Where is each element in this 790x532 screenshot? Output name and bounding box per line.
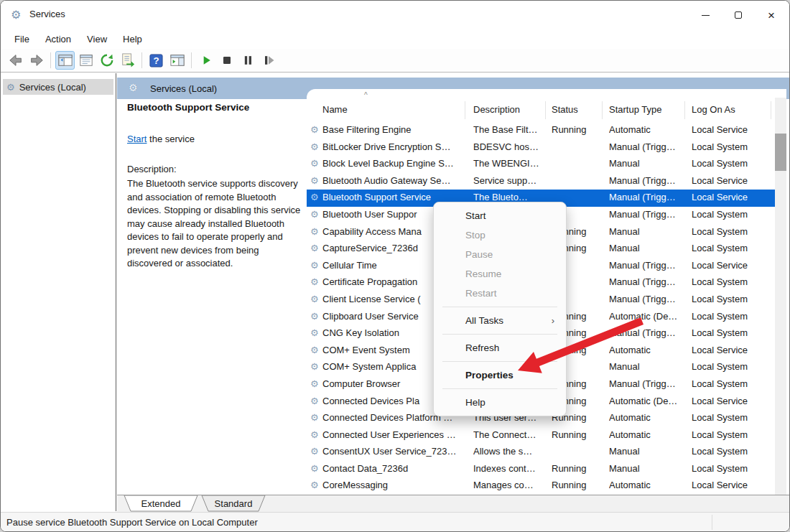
service-gear-icon: ⚙ [310, 480, 319, 490]
toolbar-separator [141, 52, 142, 68]
minimize-button[interactable] [689, 1, 722, 29]
help-button[interactable]: ? [147, 51, 166, 70]
menu-action[interactable]: Action [37, 32, 79, 47]
close-button[interactable]: × [755, 1, 788, 29]
refresh-button[interactable] [97, 51, 116, 70]
cell-name: Contact Data_7236d [322, 463, 465, 474]
menu-item-all-tasks[interactable]: All Tasks› [434, 311, 566, 330]
tab-extended[interactable]: Extended [141, 498, 181, 509]
cell-startup-type: Manual (Trigg… [609, 327, 683, 338]
service-gear-icon: ⚙ [310, 311, 319, 322]
cell-name: CoreMessaging [322, 480, 465, 490]
toolbar-separator [50, 52, 51, 68]
service-gear-icon: ⚙ [310, 124, 319, 135]
column-header-logon[interactable]: Log On As [692, 104, 735, 115]
help-icon: ? [149, 54, 163, 67]
cell-log-on-as: Local System [692, 327, 772, 338]
table-row[interactable]: ⚙BitLocker Drive Encryption S…BDESVC hos… [307, 139, 775, 157]
start-service-link[interactable]: Start [127, 134, 147, 144]
table-row[interactable]: ⚙Contact Data_7236dIndexes cont…RunningM… [307, 461, 775, 478]
cell-log-on-as: Local System [692, 446, 772, 457]
menu-item-refresh[interactable]: Refresh [434, 338, 566, 358]
cell-log-on-as: Local System [692, 243, 772, 253]
cell-log-on-as: Local Service [692, 345, 772, 355]
menu-help[interactable]: Help [115, 32, 150, 47]
cell-log-on-as: Local System [692, 311, 772, 322]
cell-startup-type: Automatic [609, 345, 683, 355]
cell-log-on-as: Local Service [692, 480, 772, 490]
column-divider[interactable] [771, 101, 771, 119]
cell-startup-type: Manual (Trigg… [609, 276, 683, 287]
scrollbar-thumb[interactable] [775, 134, 786, 171]
action-rest-text: the service [147, 134, 194, 144]
column-divider[interactable] [602, 101, 603, 119]
menu-item-start[interactable]: Start [434, 206, 566, 225]
menu-bar: File Action View Help [1, 29, 789, 49]
title-bar: ⚙ Services × [1, 1, 789, 29]
table-row[interactable]: ⚙Connected User Experiences …The Connect… [307, 427, 775, 444]
cell-startup-type: Manual [609, 463, 683, 474]
table-row[interactable]: ⚙Bluetooth Audio Gateway Se…Service supp… [307, 173, 775, 190]
table-row[interactable]: ⚙Block Level Backup Engine S…The WBENGI…… [307, 156, 775, 173]
cell-startup-type: Manual [609, 158, 683, 169]
menu-view[interactable]: View [79, 32, 115, 47]
status-bar: Pause service Bluetooth Support Service … [1, 512, 789, 532]
cell-status: Running [552, 124, 600, 135]
back-button[interactable] [6, 51, 25, 70]
restart-service-button[interactable] [259, 51, 278, 70]
menu-item-help[interactable]: Help [434, 393, 566, 412]
cell-startup-type: Automatic [609, 480, 683, 490]
start-service-icon [199, 53, 213, 67]
service-gear-icon: ⚙ [310, 327, 319, 338]
service-gear-icon: ⚙ [310, 209, 319, 220]
cell-status: Running [552, 480, 600, 490]
cell-log-on-as: Local System [692, 158, 772, 169]
submenu-arrow-icon: › [552, 311, 554, 330]
export-list-button[interactable] [118, 51, 137, 70]
export-list-icon [121, 53, 135, 67]
tab-standard[interactable]: Standard [215, 498, 253, 509]
column-header-status[interactable]: Status [552, 104, 578, 115]
table-row[interactable]: ⚙ConsentUX User Service_723…Allows the s… [307, 444, 775, 461]
show-console-tree-button[interactable] [55, 51, 75, 70]
menu-item-stop: Stop [434, 225, 566, 245]
forward-button[interactable] [27, 51, 46, 70]
cell-startup-type: Manual (Trigg… [609, 209, 683, 220]
status-bar-divider [712, 515, 712, 530]
service-gear-icon: ⚙ [310, 276, 319, 287]
cell-name: BitLocker Drive Encryption S… [322, 141, 465, 152]
column-header-startup[interactable]: Startup Type [609, 104, 661, 115]
vertical-scrollbar[interactable] [775, 98, 786, 495]
pause-service-button[interactable] [238, 51, 257, 70]
cell-startup-type: Automatic [609, 429, 683, 440]
menu-separator [442, 334, 557, 335]
sidebar-item-services-local[interactable]: ⚙ Services (Local) [3, 79, 113, 95]
column-divider[interactable] [684, 101, 685, 119]
cell-log-on-as: Local Service [692, 175, 772, 186]
show-action-pane-button[interactable] [167, 51, 187, 70]
cell-log-on-as: Local System [692, 294, 772, 304]
column-header-name[interactable]: Name [322, 104, 348, 115]
cell-name: Block Level Backup Engine S… [322, 158, 465, 169]
view-tab-strip: Extended Standard [117, 495, 790, 512]
column-divider[interactable] [545, 101, 546, 119]
cell-status: Running [552, 429, 600, 440]
menu-item-properties[interactable]: Properties [434, 365, 566, 385]
cell-description: BDESVC hos… [473, 141, 543, 152]
cell-name: Connected User Experiences … [322, 429, 465, 440]
maximize-button[interactable] [722, 1, 755, 29]
forward-arrow-icon [29, 52, 45, 68]
services-window: ⚙ Services × File Action View Help [0, 0, 790, 532]
cell-log-on-as: Local System [692, 463, 772, 474]
table-row[interactable]: ⚙Base Filtering EngineThe Base Filt…Runn… [307, 122, 775, 139]
stop-service-button[interactable] [217, 51, 236, 70]
properties-button[interactable] [76, 51, 96, 70]
start-service-button[interactable] [196, 51, 215, 70]
column-divider[interactable] [465, 101, 465, 119]
column-header-description[interactable]: Description [473, 104, 520, 115]
band-gear-icon: ⚙ [129, 82, 138, 93]
table-row[interactable]: ⚙CoreMessagingManages co…RunningAutomati… [307, 477, 775, 495]
menu-item-restart: Restart [434, 284, 566, 303]
cell-startup-type: Automatic (De… [609, 396, 683, 406]
menu-file[interactable]: File [6, 32, 37, 47]
